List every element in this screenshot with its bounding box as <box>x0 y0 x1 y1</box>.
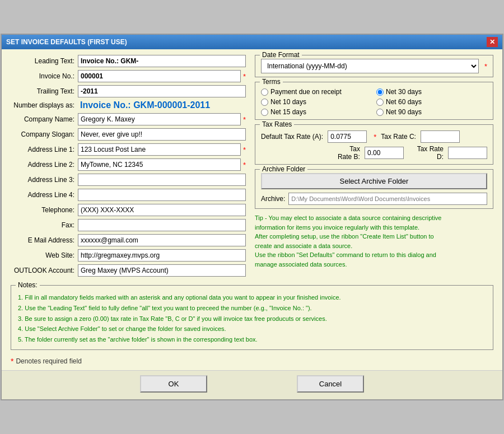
terms-radio-net60[interactable] <box>376 99 384 106</box>
rate-c-label: Tax Rate C: <box>381 133 416 141</box>
company-name-row: Company Name: * <box>11 113 246 125</box>
trailing-text-row: Trailing Text: <box>11 85 246 97</box>
address4-row: Address Line 4: <box>11 189 246 201</box>
address1-row: Address Line 1: * <box>11 143 246 156</box>
fax-row: Fax: <box>11 219 246 231</box>
archive-folder-group: Archive Folder Select Archive Folder Arc… <box>255 169 493 209</box>
terms-radio-payment-due[interactable] <box>261 88 268 96</box>
rate-d-input[interactable] <box>448 147 487 159</box>
date-format-select[interactable]: International (yyyy-MM-dd) US (MM/dd/yyy… <box>261 59 479 73</box>
title-bar: SET INVOICE DEFAULTS (FIRST USE) ✕ <box>2 35 502 49</box>
note-item-2: 2. Use the "Leading Text" field to fully… <box>18 303 486 314</box>
archive-path-input[interactable] <box>288 193 487 205</box>
company-name-input[interactable] <box>78 113 241 125</box>
invoice-no-label: Invoice No.: <box>11 72 78 80</box>
address2-label: Address Line 2: <box>11 161 78 169</box>
terms-net30[interactable]: Net 30 days <box>376 88 487 96</box>
address4-label: Address Line 4: <box>11 191 78 199</box>
address3-row: Address Line 3: <box>11 174 246 186</box>
fax-label: Fax: <box>11 221 78 229</box>
leading-text-row: Leading Text: <box>11 55 246 67</box>
address3-input[interactable] <box>78 174 246 186</box>
website-row: Web Site: <box>11 249 246 262</box>
address1-input[interactable] <box>78 143 241 156</box>
rate-a-required: * <box>374 133 376 141</box>
address1-required: * <box>243 146 246 154</box>
date-format-row: International (yyyy-MM-dd) US (MM/dd/yyy… <box>261 59 487 73</box>
note-item-1: 1. Fill in all mandatory fields marked w… <box>18 292 486 303</box>
fax-input[interactable] <box>78 219 246 231</box>
terms-net10[interactable]: Net 10 days <box>261 98 372 106</box>
trailing-text-input[interactable] <box>78 85 246 97</box>
rate-b-label: Tax Rate B: <box>334 145 360 161</box>
telephone-input[interactable] <box>78 204 246 216</box>
terms-net15[interactable]: Net 15 days <box>261 108 372 116</box>
note-item-3: 3. Be sure to assign a zero (0.00) tax r… <box>18 314 486 324</box>
required-star-indicator: * <box>11 357 13 366</box>
outlook-label: OUTLOOK Account: <box>11 267 78 274</box>
archive-row: Archive: <box>261 193 487 205</box>
terms-radio-net30[interactable] <box>376 88 384 96</box>
dialog-title: SET INVOICE DEFAULTS (FIRST USE) <box>6 38 127 46</box>
terms-grid: Payment due on receipt Net 30 days Net 1… <box>261 88 487 116</box>
tax-rates-title: Tax Rates <box>260 120 294 128</box>
rate-a-input[interactable] <box>328 130 367 143</box>
notes-content: 1. Fill in all mandatory fields marked w… <box>18 292 486 344</box>
cancel-button[interactable]: Cancel <box>297 375 364 393</box>
close-button[interactable]: ✕ <box>487 37 498 47</box>
company-name-label: Company Name: <box>11 115 78 123</box>
outlook-input[interactable] <box>78 264 246 277</box>
leading-text-input[interactable] <box>78 55 246 67</box>
number-displays-value: Invoice No.: GKM-000001-2011 <box>78 100 210 110</box>
number-displays-row: Number displays as: Invoice No.: GKM-000… <box>11 100 246 110</box>
rate-b-input[interactable] <box>365 147 404 159</box>
email-label: E Mail Address: <box>11 236 78 244</box>
invoice-no-required: * <box>243 72 246 81</box>
notes-box: Notes: 1. Fill in all mandatory fields m… <box>11 285 493 349</box>
telephone-row: Telephone: <box>11 204 246 216</box>
notes-title: Notes: <box>16 281 40 289</box>
outlook-row: OUTLOOK Account: <box>11 264 246 277</box>
terms-radio-net10[interactable] <box>261 99 268 106</box>
company-slogan-input[interactable] <box>78 128 246 141</box>
terms-payment-due[interactable]: Payment due on receipt <box>261 88 372 96</box>
dialog-body: Leading Text: Invoice No.: * Trailing Te… <box>2 49 502 285</box>
leading-text-label: Leading Text: <box>11 57 78 65</box>
trailing-text-label: Trailing Text: <box>11 87 78 95</box>
terms-net90[interactable]: Net 90 days <box>376 108 487 116</box>
select-archive-button[interactable]: Select Archive Folder <box>261 173 487 189</box>
required-note: * Denotes required field <box>11 357 493 366</box>
date-format-group: Date Format International (yyyy-MM-dd) U… <box>255 55 493 77</box>
terms-net60[interactable]: Net 60 days <box>376 98 487 106</box>
note-item-5: 5. The folder currently set as the "arch… <box>18 334 486 345</box>
address3-label: Address Line 3: <box>11 176 78 184</box>
note-item-4: 4. Use "Select Archive Folder" to set or… <box>18 324 486 334</box>
website-input[interactable] <box>78 249 246 262</box>
invoice-no-input[interactable] <box>78 70 241 82</box>
terms-group: Terms Payment due on receipt Net 30 days… <box>255 82 493 120</box>
terms-radio-net90[interactable] <box>376 109 384 116</box>
rate-c-input[interactable] <box>421 130 460 143</box>
rate-a-label: Default Tax Rate (A): <box>261 133 323 141</box>
email-input[interactable] <box>78 234 246 246</box>
company-name-required: * <box>243 115 246 124</box>
address2-required: * <box>243 161 246 169</box>
archive-folder-title: Archive Folder <box>260 165 307 173</box>
dialog-container: SET INVOICE DEFAULTS (FIRST USE) ✕ Leadi… <box>1 34 503 400</box>
left-column: Leading Text: Invoice No.: * Trailing Te… <box>11 55 246 279</box>
date-format-required: * <box>484 62 487 71</box>
date-format-title: Date Format <box>260 51 302 59</box>
tip-text: Tip - You may elect to associate a data … <box>255 213 493 269</box>
address2-row: Address Line 2: * <box>11 158 246 171</box>
website-label: Web Site: <box>11 251 78 259</box>
company-slogan-row: Company Slogan: <box>11 128 246 141</box>
address2-input[interactable] <box>78 158 241 171</box>
footer: OK Cancel <box>2 370 502 399</box>
ok-button[interactable]: OK <box>140 375 207 393</box>
telephone-label: Telephone: <box>11 206 78 214</box>
number-displays-label: Number displays as: <box>11 101 78 109</box>
invoice-no-row: Invoice No.: * <box>11 70 246 82</box>
company-slogan-label: Company Slogan: <box>11 130 78 138</box>
address4-input[interactable] <box>78 189 246 201</box>
terms-radio-net15[interactable] <box>261 109 268 116</box>
